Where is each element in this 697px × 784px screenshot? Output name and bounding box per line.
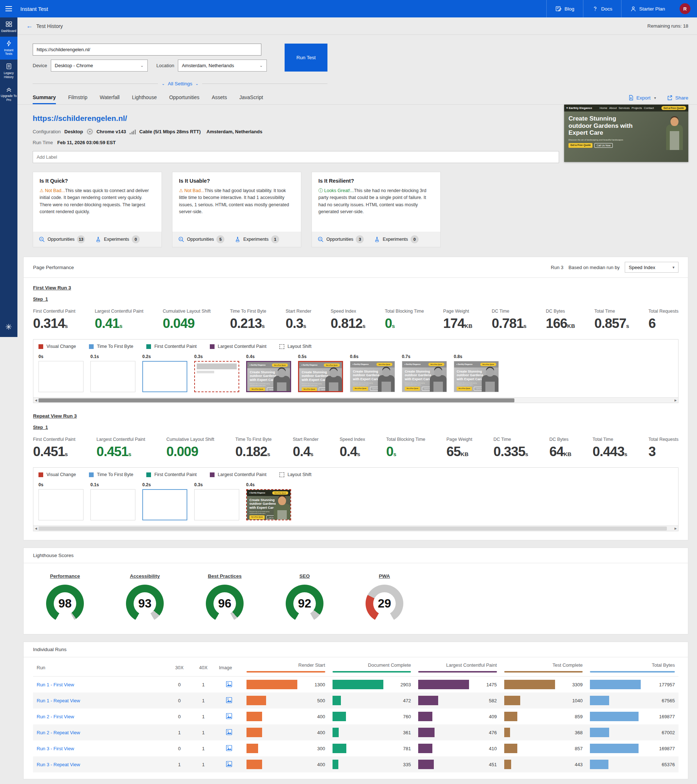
tab-filmstrip[interactable]: Filmstrip: [68, 94, 87, 104]
metric-label: Time To First Byte: [235, 437, 271, 442]
add-label-input[interactable]: [33, 151, 559, 163]
filmstrip-frame[interactable]: 0.8s⌖ Earthly EleganceGet a Free QuoteCr…: [454, 354, 499, 392]
mini-cta-button: Get a Free Quote: [428, 363, 444, 366]
filmstrip-frame[interactable]: 0.6s⌖ Earthly EleganceGet a Free QuoteCr…: [350, 354, 395, 392]
filmstrip-frame[interactable]: 0.4s⌖ Earthly EleganceGet a Free QuoteCr…: [246, 354, 291, 392]
step-link[interactable]: Step_1: [33, 296, 48, 302]
filmstrip-frame[interactable]: 0.3s: [194, 482, 239, 520]
metric-time-to-first-byte: Time To First Byte0.182s: [235, 437, 271, 460]
run-test-button[interactable]: Run Test: [284, 44, 327, 72]
run-link[interactable]: Run 1 - First View: [37, 682, 74, 687]
run-link[interactable]: Run 3 - Repeat View: [37, 762, 80, 767]
all-settings-toggle[interactable]: ⌄ All Settings ⌄: [158, 81, 202, 86]
gauge-label-link[interactable]: Accessibility: [130, 573, 160, 579]
share-button[interactable]: Share: [667, 95, 688, 100]
filmstrip-frame[interactable]: 0.2s: [142, 354, 187, 392]
run-link[interactable]: Run 2 - First View: [37, 714, 74, 719]
experiments-link[interactable]: Experiments0: [95, 235, 140, 243]
sidebar-item-legacy-history[interactable]: Legacy History: [0, 59, 17, 82]
horizontal-scrollbar[interactable]: ◀▶: [33, 525, 678, 531]
image-icon[interactable]: [226, 745, 232, 751]
metric-unit: s: [625, 451, 627, 457]
metric-first-contentful-paint: First Contentful Paint0.451s: [33, 437, 76, 460]
sidebar-item-instant-tests[interactable]: Instant Tests: [0, 37, 17, 59]
remaining-runs: Remaining runs: 18: [647, 23, 688, 29]
horizontal-scrollbar[interactable]: ◀▶: [33, 397, 678, 403]
docs-link[interactable]: Docs: [583, 0, 621, 17]
scroll-thumb[interactable]: [38, 527, 667, 530]
run-link[interactable]: Run 3 - First View: [37, 746, 74, 751]
status-40x-cell: 1: [191, 756, 215, 772]
scroll-right-arrow[interactable]: ▶: [673, 399, 678, 402]
tab-summary[interactable]: Summary: [33, 94, 56, 104]
metric-cell-inner: 3309: [504, 680, 583, 689]
run-link[interactable]: Run 2 - Repeat View: [37, 730, 80, 735]
image-icon[interactable]: [226, 697, 232, 703]
legend-item: Visual Change: [38, 472, 76, 477]
metric-cell-inner: 368: [504, 728, 583, 737]
median-metric-select[interactable]: Speed Index ▾: [625, 262, 679, 273]
device-select[interactable]: Desktop - Chrome ⌄: [51, 59, 148, 72]
run-link[interactable]: Run 1 - Repeat View: [37, 698, 80, 703]
filmstrip-frame[interactable]: 0.1s: [90, 354, 135, 392]
opportunities-link[interactable]: Opportunities13: [39, 235, 85, 243]
opportunities-link[interactable]: Opportunities5: [178, 235, 224, 243]
back-arrow-icon[interactable]: ←: [26, 22, 33, 30]
image-icon[interactable]: [226, 729, 232, 735]
mini-person-photo: [380, 368, 393, 392]
mini-site-heading: Create Stunning outdoor Gardens with Exp…: [569, 115, 640, 137]
gauge-label-link[interactable]: Best Practices: [208, 573, 242, 579]
tab-assets[interactable]: Assets: [212, 94, 227, 104]
sidebar-item-upgrade-to-pro[interactable]: Upgrade To Pro: [0, 82, 17, 105]
filmstrip-frame[interactable]: 0.1s: [90, 482, 135, 520]
view-title-link[interactable]: First View Run 3: [33, 285, 71, 290]
metric-unit: s: [362, 323, 365, 329]
filmstrip-frame[interactable]: 0s: [38, 354, 84, 392]
test-history-link[interactable]: Test History: [36, 23, 63, 29]
status-warn: ⚠ Not Bad...: [39, 188, 65, 193]
scroll-left-arrow[interactable]: ◀: [33, 527, 38, 530]
page-screenshot-thumbnail[interactable]: ⌖ Earthly EleganceHomeAboutServicesProje…: [564, 105, 688, 162]
image-icon[interactable]: [226, 681, 232, 687]
blog-link[interactable]: Blog: [546, 0, 583, 17]
tab-javascript[interactable]: JavaScript: [239, 94, 263, 104]
tab-opportunities[interactable]: Opportunities: [169, 94, 199, 104]
filmstrip-frame[interactable]: 0.3s: [194, 354, 239, 392]
location-select[interactable]: Amsterdam, Netherlands ⌄: [178, 59, 267, 72]
tab-waterfall[interactable]: Waterfall: [100, 94, 120, 104]
gauge-label-link[interactable]: PWA: [379, 573, 390, 579]
url-input[interactable]: [33, 44, 261, 56]
experiments-link[interactable]: Experiments0: [374, 235, 418, 243]
status-40x-cell: 1: [191, 740, 215, 756]
sidebar-item-dashboard[interactable]: Dashboard: [0, 17, 17, 37]
filmstrip-frame[interactable]: 0.7s⌖ Earthly EleganceGet a Free QuoteCr…: [402, 354, 447, 392]
filmstrip-frame[interactable]: 0.5s⌖ Earthly EleganceGet a Free QuoteCr…: [298, 354, 343, 392]
tab-lighthouse[interactable]: Lighthouse: [132, 94, 157, 104]
avatar[interactable]: R: [680, 3, 690, 14]
filmstrip-frame[interactable]: 0s: [38, 482, 84, 520]
lightning-icon: [5, 40, 12, 47]
opportunities-link[interactable]: Opportunities3: [318, 235, 364, 243]
experiments-link[interactable]: Experiments1: [235, 235, 279, 243]
frame-thumbnail: ⌖ Earthly EleganceGet a Free QuoteCreate…: [246, 489, 291, 520]
plan-link[interactable]: Starter Plan: [621, 0, 674, 17]
scroll-left-arrow[interactable]: ◀: [33, 399, 38, 402]
hamburger-menu-icon[interactable]: [0, 6, 17, 11]
scroll-thumb[interactable]: [38, 399, 515, 402]
metric-number: 300: [314, 746, 325, 751]
run-name-cell: Run 2 - Repeat View: [33, 725, 168, 740]
step-link[interactable]: Step_1: [33, 425, 48, 430]
image-icon[interactable]: [226, 713, 232, 719]
logo-snowflake-icon[interactable]: ✳: [0, 323, 17, 332]
filmstrip-frame[interactable]: 0.4s⌖ Earthly EleganceGet a Free QuoteCr…: [246, 482, 291, 520]
metric-cell: 400: [243, 725, 329, 740]
view-title-link[interactable]: Repeat View Run 3: [33, 413, 77, 419]
export-button[interactable]: Export ▾: [628, 95, 656, 100]
lighthouse-gauge-pwa: PWA29: [366, 573, 403, 623]
scroll-right-arrow[interactable]: ▶: [673, 527, 678, 530]
col-40x: 40X: [191, 657, 215, 677]
gauge-label-link[interactable]: Performance: [50, 573, 80, 579]
gauge-label-link[interactable]: SEO: [299, 573, 310, 579]
image-icon[interactable]: [226, 761, 232, 767]
filmstrip-frame[interactable]: 0.2s: [142, 482, 187, 520]
